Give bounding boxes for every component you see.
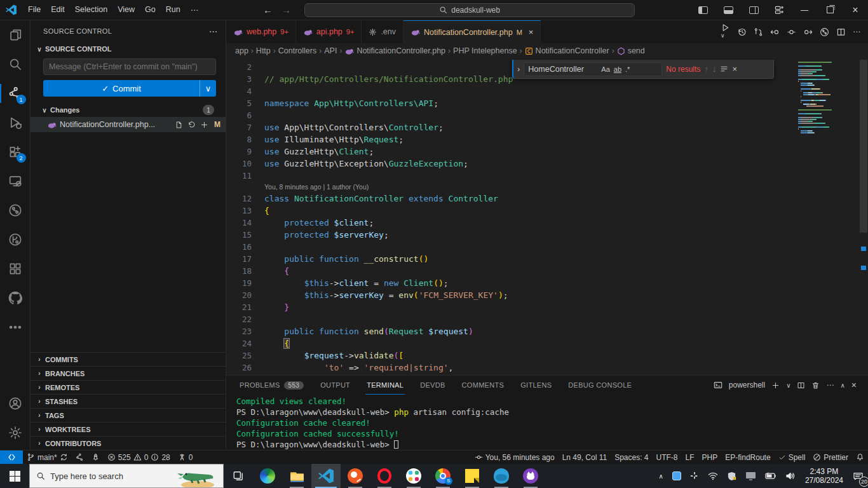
panel-more-icon[interactable]: ⋯ [826,381,834,390]
gitlens-blame[interactable]: You, 56 minutes ago [471,451,559,464]
menu-view[interactable]: View [112,3,140,17]
nav-forward-icon[interactable]: → [277,3,295,17]
volume-icon[interactable] [781,464,800,488]
file-explorer-icon[interactable] [282,464,311,488]
source-control-icon[interactable]: 1 [0,79,31,108]
eol[interactable]: LF [682,451,698,464]
find-next-icon[interactable]: ↓ [712,64,717,74]
breadcrumb-api[interactable]: API [324,46,337,55]
split-terminal-icon[interactable] [797,381,805,390]
close-panel-icon[interactable]: × [851,380,857,390]
display-icon[interactable] [741,464,761,488]
section-worktrees[interactable]: ›WORKTREES [31,422,226,436]
restore-button[interactable] [817,0,843,20]
toggle-panel-icon[interactable] [715,0,741,20]
notification-center-icon[interactable]: 20 [848,464,868,488]
ports[interactable]: 0 [174,451,197,464]
split-editor-icon[interactable] [836,27,846,37]
encoding[interactable]: UTF-8 [653,451,682,464]
start-button[interactable] [0,464,29,488]
security-shield-icon[interactable] [722,464,741,488]
slack-icon[interactable] [399,464,428,488]
toggle-secondary-sidebar-icon[interactable] [741,0,766,20]
breadcrumb[interactable]: app›Http›Controllers›API›NotificationCon… [226,43,868,58]
github-icon[interactable] [0,283,31,313]
terminal-dropdown-icon[interactable]: ∨ [786,382,790,389]
stage-changes-icon[interactable] [200,121,208,129]
changes-section-header[interactable]: ∨Changes 1 [31,103,226,117]
tray-slack-icon[interactable] [686,464,703,488]
edge-icon[interactable] [253,464,282,488]
panel-tab-terminal[interactable]: TERMINAL [365,376,405,395]
commit-button[interactable]: ✓Commit ∨ [43,80,216,97]
problems-summary[interactable]: 525028 [104,451,174,464]
sticky-notes-icon[interactable] [458,464,487,488]
section-stashes[interactable]: ›STASHES [31,394,226,408]
panel-tab-debug-console[interactable]: DEBUG CONSOLE [567,376,633,395]
remote-explorer-icon[interactable] [0,166,31,196]
rocket-launch[interactable] [88,451,104,464]
more-views-icon[interactable] [0,313,31,342]
gitlens-icon[interactable] [0,225,31,254]
sidebar-more-actions-icon[interactable]: ⋯ [209,26,218,36]
menu-edit[interactable]: Edit [46,3,70,17]
wifi-icon[interactable] [703,464,722,488]
open-file-icon[interactable] [175,121,183,129]
match-case-icon[interactable]: Aa [599,65,611,74]
indentation[interactable]: Spaces: 4 [611,451,652,464]
explorer-icon[interactable] [0,20,31,50]
section-commits[interactable]: ›COMMITS [31,352,226,366]
language-mode[interactable]: PHP [698,451,722,464]
breadcrumb-php-intelephense[interactable]: PHP Intelephense [453,46,517,55]
tab-api-php[interactable]: api.php9+ [296,20,362,43]
notifications-bell[interactable] [852,451,868,464]
menu-run[interactable]: Run [161,3,186,17]
accounts-icon[interactable] [0,389,31,418]
breadcrumb-http[interactable]: Http [256,46,271,55]
panel-tab-output[interactable]: OUTPUT [319,376,351,395]
panel-tab-devdb[interactable]: DEVDB [419,376,446,395]
breadcrumb-app[interactable]: app [235,46,248,55]
commit-dropdown-icon[interactable]: ∨ [200,80,216,97]
close-find-icon[interactable]: × [732,64,737,74]
minimize-button[interactable]: — [792,0,817,20]
vscode-icon[interactable] [311,464,341,488]
maximize-panel-icon[interactable]: ∧ [840,382,844,389]
menu-[interactable]: ⋯ [186,3,204,17]
find-in-selection-icon[interactable] [720,65,728,73]
graph-icon[interactable] [820,27,829,37]
find-previous-icon[interactable]: ↑ [704,64,709,74]
settings-gear-icon[interactable] [0,418,31,447]
prettier[interactable]: Prettier [809,451,852,464]
breadcrumb-controllers[interactable]: Controllers [278,46,316,55]
run-button[interactable]: ∨ [721,23,730,41]
menu-selection[interactable]: Selection [70,3,112,17]
spell-checker[interactable]: Spell [775,451,810,464]
breadcrumb-notificationcontroller-php[interactable]: NotificationController.php [344,46,445,56]
minimap[interactable] [798,60,859,375]
close-tab-icon[interactable]: × [529,27,534,37]
tray-expand-icon[interactable]: ∧ [654,464,668,488]
codelens[interactable]: You, 8 minutes ago | 1 author (You) [226,182,798,193]
dbeaver-icon[interactable] [487,464,516,488]
extensions-icon[interactable]: 2 [0,137,31,166]
kill-terminal-icon[interactable] [811,381,820,390]
ep-findroute[interactable]: EP-findRoute [721,451,774,464]
project-manager-icon[interactable] [0,254,31,283]
change-icon[interactable] [787,27,796,37]
section-branches[interactable]: ›BRANCHES [31,366,226,380]
editor-scrollbar[interactable] [859,58,868,375]
tab-web-php[interactable]: web.php9+ [226,20,296,43]
chrome-icon[interactable]: S [428,464,458,488]
regex-icon[interactable]: .* [623,65,632,74]
panel-tab-problems[interactable]: PROBLEMS553 [238,376,305,395]
terminal-output[interactable]: Compiled views cleared!PS D:\laragon\www… [236,396,862,450]
task-view-icon[interactable] [224,464,253,488]
next-change-icon[interactable] [803,27,813,37]
toggle-sidebar-icon[interactable] [690,0,715,20]
github-desktop-icon[interactable] [516,464,545,488]
tab-NotificationController-php[interactable]: NotificationController.phpM× [403,20,541,43]
remote-indicator[interactable] [0,451,23,464]
postman-icon[interactable] [341,464,370,488]
timeline-icon[interactable] [737,27,747,37]
